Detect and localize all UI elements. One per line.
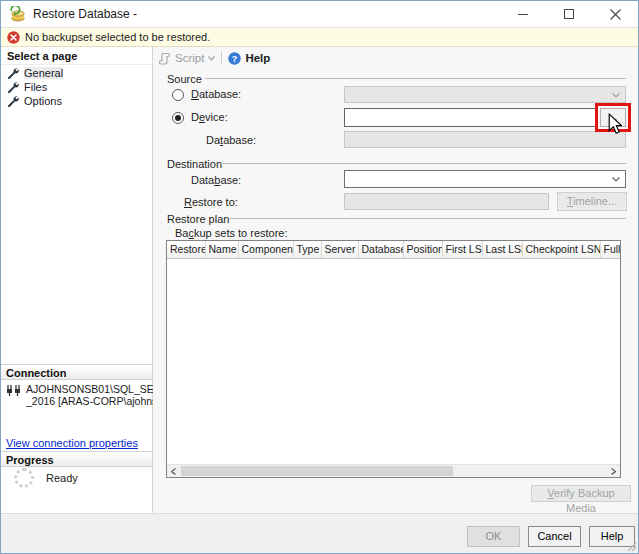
restore-plan-group-line	[229, 218, 626, 219]
progress-spinner-icon	[14, 468, 34, 488]
close-button[interactable]	[592, 1, 638, 27]
connection-info: AJOHNSONSB01\SQL_SERVER _2016 [ARAS-CORP…	[6, 383, 150, 407]
main-panel: Script ? Help Source Database: Device:	[153, 47, 639, 513]
device-radio-label: Device:	[191, 111, 228, 123]
progress-status-text: Ready	[46, 472, 78, 484]
cancel-button[interactable]: Cancel	[528, 526, 581, 547]
footer: OK Cancel Help	[1, 513, 639, 554]
sidebar: Select a page General Files Options Conn…	[1, 47, 153, 513]
device-database-label: Database:	[206, 134, 256, 146]
maximize-button[interactable]	[546, 1, 592, 27]
column-header-last-lsn[interactable]: Last LSN	[482, 241, 522, 258]
wrench-icon	[7, 95, 19, 107]
column-header-full-lsn[interactable]: Full LSN	[600, 241, 621, 258]
help-toolbar-button[interactable]: ? Help	[228, 52, 270, 65]
help-button-label: Help	[245, 52, 270, 64]
sidebar-item-label: General	[24, 67, 63, 79]
restore-database-icon	[9, 6, 26, 22]
restore-plan-group-label: Restore plan	[167, 213, 229, 225]
scrollbar-thumb[interactable]	[181, 466, 453, 476]
column-header-component[interactable]: Component	[238, 241, 293, 258]
svg-text:?: ?	[232, 53, 238, 63]
column-header-first-lsn[interactable]: First LSN	[442, 241, 482, 258]
source-group-line	[205, 78, 626, 79]
timeline-button: Timeline...	[557, 192, 627, 211]
help-icon: ?	[228, 52, 241, 65]
column-header-position[interactable]: Position	[403, 241, 442, 258]
title-bar: Restore Database -	[1, 1, 638, 28]
restore-to-input	[344, 193, 549, 210]
destination-group-line	[221, 163, 626, 164]
server-connection-icon	[6, 384, 22, 398]
verify-backup-media-button: Verify Backup Media	[531, 485, 631, 502]
source-database-combo	[344, 86, 626, 103]
sidebar-item-files[interactable]: Files	[1, 80, 152, 93]
mouse-cursor	[608, 113, 622, 135]
script-icon	[158, 52, 171, 65]
column-header-database[interactable]: Database	[358, 241, 403, 258]
wrench-icon	[7, 81, 19, 93]
backup-sets-label: Backup sets to restore:	[175, 227, 288, 239]
column-header-restore[interactable]: Restore	[167, 241, 205, 258]
horizontal-scrollbar[interactable]	[167, 464, 620, 477]
scroll-right-arrow[interactable]	[607, 465, 620, 477]
chevron-down-icon	[612, 177, 620, 182]
source-group-label: Source	[167, 73, 202, 85]
error-icon	[7, 31, 20, 44]
script-button[interactable]: Script	[158, 52, 215, 65]
progress-status: Ready	[14, 468, 78, 488]
database-radio[interactable]	[172, 89, 184, 101]
destination-database-combo[interactable]	[344, 170, 626, 188]
script-button-label: Script	[175, 52, 204, 64]
restore-database-dialog: Restore Database - No backupset selected…	[0, 0, 639, 554]
chevron-down-icon	[612, 93, 620, 98]
sidebar-item-options[interactable]: Options	[1, 94, 152, 107]
sidebar-item-general[interactable]: General	[1, 66, 152, 79]
wrench-icon	[7, 67, 19, 79]
destination-group-label: Destination	[167, 158, 222, 170]
database-radio-label: Database:	[191, 88, 241, 100]
view-connection-properties-link[interactable]: View connection properties	[6, 437, 138, 449]
resize-grip[interactable]	[627, 542, 637, 552]
column-header-checkpoint-lsn[interactable]: Checkpoint LSN	[522, 241, 600, 258]
destination-database-label: Database:	[191, 174, 241, 186]
column-header-name[interactable]: Name	[205, 241, 238, 258]
device-database-input	[344, 131, 626, 148]
backup-sets-header-row: RestoreNameComponentTypeServerDatabasePo…	[167, 241, 621, 258]
ok-button: OK	[467, 526, 520, 547]
toolbar-separator	[221, 51, 222, 65]
connection-section-header: Connection	[1, 364, 152, 380]
chevron-down-icon	[208, 56, 215, 61]
warning-message-bar: No backupset selected to be restored.	[1, 28, 638, 47]
warning-message-text: No backupset selected to be restored.	[25, 31, 210, 43]
scroll-left-arrow[interactable]	[167, 465, 180, 477]
toolbar: Script ? Help	[153, 47, 639, 69]
window-title: Restore Database -	[33, 7, 137, 21]
column-header-type[interactable]: Type	[293, 241, 321, 258]
device-input[interactable]	[344, 108, 596, 127]
minimize-button[interactable]	[500, 1, 546, 27]
column-header-server[interactable]: Server	[321, 241, 358, 258]
sidebar-item-label: Files	[24, 81, 47, 93]
progress-section-header: Progress	[1, 451, 152, 467]
select-a-page-header: Select a page	[1, 47, 152, 65]
restore-to-label: Restore to:	[184, 196, 238, 208]
sidebar-item-label: Options	[24, 95, 62, 107]
backup-sets-table[interactable]: RestoreNameComponentTypeServerDatabasePo…	[166, 240, 621, 478]
device-radio[interactable]	[172, 112, 184, 124]
